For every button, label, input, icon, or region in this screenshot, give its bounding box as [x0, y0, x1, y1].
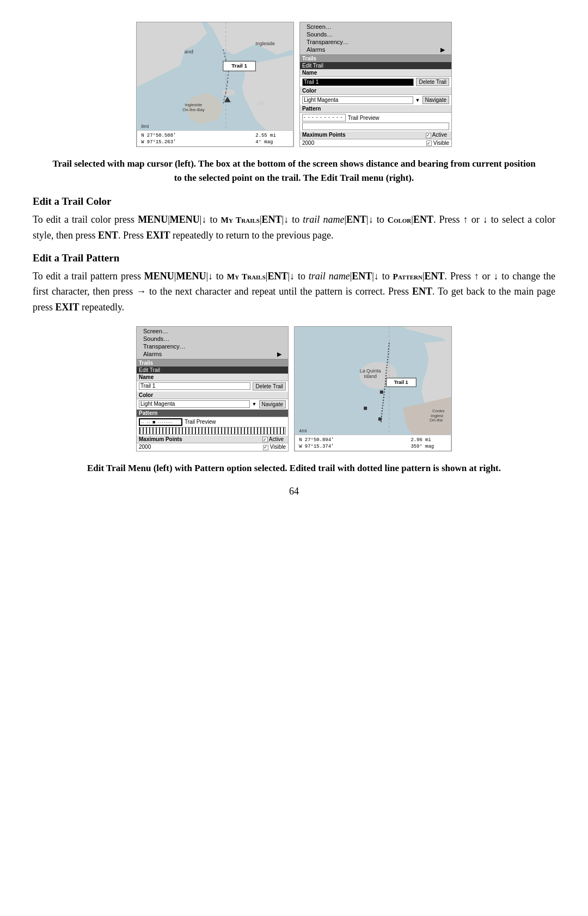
delete-trail-btn-top[interactable]: Delete Trail: [416, 78, 449, 86]
pattern-row-top: - - - - - - - - - - - - - Trail Preview: [300, 113, 451, 123]
section2-body: To edit a trail pattern press MENU|MENU|…: [33, 268, 555, 315]
svg-text:8mi: 8mi: [141, 124, 149, 129]
edit-trail-header-bottom: Edit Trail: [137, 367, 288, 374]
svg-text:4° mag: 4° mag: [255, 139, 273, 145]
svg-text:On-the-Bay: On-the-Bay: [182, 107, 205, 112]
name-label-bottom: Name: [137, 374, 288, 381]
menu-sounds[interactable]: Sounds…: [302, 30, 449, 38]
navigate-btn-bottom[interactable]: Navigate: [259, 400, 286, 408]
bottom-map-panel: Trail 1 La Quinta Island Cooks Inglesi O…: [294, 326, 452, 451]
svg-text:On-the: On-the: [430, 418, 443, 423]
trail-name-input-top[interactable]: Trail 1: [302, 78, 414, 86]
svg-point-5: [256, 101, 265, 106]
menu-transparency-b[interactable]: Transparency…: [139, 343, 286, 350]
delete-trail-btn-bottom[interactable]: Delete Trail: [253, 382, 286, 390]
trails-section: Trails: [300, 55, 451, 62]
section1-body: To edit a trail color press MENU|MENU|↓ …: [33, 212, 555, 243]
top-figures: Trail 1 and Ingleside Ingleside On-the-B…: [33, 22, 555, 147]
svg-text:2.96 mi: 2.96 mi: [411, 437, 431, 443]
svg-text:Trail 1: Trail 1: [394, 380, 408, 385]
pattern-label-bottom: Pattern: [137, 410, 288, 417]
color-label-bottom: Color: [137, 392, 288, 399]
page-number: 64: [33, 486, 555, 497]
section2-heading: Edit a Trail Pattern: [33, 252, 555, 264]
pattern-row-bottom: ·· ·· ■ ········ Trail Preview: [137, 417, 288, 427]
svg-text:La Quinta: La Quinta: [360, 368, 381, 374]
bottom-figures: Screen… Sounds… Transparency… Alarms ▶ T…: [33, 326, 555, 451]
menu-alarms[interactable]: Alarms ▶: [302, 46, 449, 54]
max-points-value-top: 2000: [302, 140, 314, 146]
visible-label-top: Visible: [433, 140, 449, 146]
top-map-panel: Trail 1 and Ingleside Ingleside On-the-B…: [136, 22, 294, 147]
max-points-label-bottom: Maximum Points ✓ Active: [137, 436, 288, 444]
menu-header-bottom: Screen… Sounds… Transparency… Alarms ▶: [137, 327, 288, 359]
trails-section-b: Trails: [137, 359, 288, 367]
svg-text:Inglesi: Inglesi: [431, 413, 443, 418]
pattern-label-top: Pattern: [300, 105, 451, 113]
color-row-top: Light Magenta ▼ Navigate: [300, 95, 451, 105]
menu-sounds-b[interactable]: Sounds…: [139, 335, 286, 343]
svg-text:Ingleside: Ingleside: [255, 41, 275, 46]
trail-preview-label-top: Trail Preview: [348, 115, 379, 121]
svg-rect-47: [364, 407, 367, 410]
max-points-value-bottom: 2000: [139, 444, 151, 450]
svg-text:Cooks: Cooks: [432, 408, 444, 413]
mini-map-top: ↔ 300 mi: [300, 146, 451, 147]
svg-text:2.55 mi: 2.55 mi: [255, 133, 275, 138]
max-points-label-top: Maximum Points ✓ Active: [300, 131, 451, 139]
menu-header-top: Screen… Sounds… Transparency… Alarms ▶: [300, 22, 451, 55]
svg-rect-46: [380, 390, 383, 394]
pattern-input-bottom[interactable]: ·· ·· ■ ········: [139, 418, 182, 426]
svg-text:Trail 1: Trail 1: [231, 63, 247, 69]
trail-name-row-bottom: Trail 1 Delete Trail: [137, 381, 288, 392]
section1-heading: Edit a Trail Color: [33, 196, 555, 207]
color-label-top: Color: [300, 87, 451, 95]
active-checkbox-bottom[interactable]: ✓: [262, 437, 268, 442]
active-checkbox-top[interactable]: ✓: [426, 133, 431, 138]
svg-rect-48: [378, 418, 382, 421]
bottom-caption: Edit Trail Menu (left) with Pattern opti…: [33, 461, 555, 475]
navigate-btn-top[interactable]: Navigate: [422, 96, 449, 104]
color-select-top[interactable]: Light Magenta: [302, 96, 413, 104]
trail-preview-box-bottom: [139, 427, 286, 435]
top-caption: Trail selected with map cursor (left). T…: [33, 157, 555, 185]
svg-text:Ingleside: Ingleside: [185, 102, 202, 107]
name-label-top: Name: [300, 69, 451, 77]
svg-text:4mi: 4mi: [299, 428, 307, 433]
svg-text:W  97°15.263': W 97°15.263': [141, 139, 176, 145]
visible-checkbox-top[interactable]: ✓: [426, 141, 432, 146]
trail-preview-box-top: [302, 123, 449, 130]
color-row-bottom: Light Magenta ▼ Navigate: [137, 399, 288, 410]
svg-text:W  97°15.374': W 97°15.374': [299, 444, 334, 449]
svg-text:N  27°50.508': N 27°50.508': [141, 133, 176, 138]
visible-label-bottom: Visible: [270, 444, 286, 450]
pattern-input-top[interactable]: - - - - - - - - - - - - -: [302, 114, 346, 121]
menu-screen-b[interactable]: Screen…: [139, 327, 286, 335]
svg-point-4: [222, 89, 235, 96]
visible-checkbox-bottom[interactable]: ✓: [263, 445, 268, 450]
top-menu-panel: Screen… Sounds… Transparency… Alarms ▶ T…: [299, 22, 452, 147]
svg-text:359° mag: 359° mag: [411, 444, 434, 449]
edit-trail-header-top: Edit Trail: [300, 62, 451, 69]
trail-name-row-top: Trail 1 Delete Trail: [300, 77, 451, 87]
menu-transparency[interactable]: Transparency…: [302, 38, 449, 46]
menu-alarms-b[interactable]: Alarms ▶: [139, 350, 286, 358]
trail-name-input-bottom[interactable]: Trail 1: [139, 382, 250, 390]
mini-map-bottom: ↔ 300 mi: [137, 451, 288, 451]
svg-text:and: and: [184, 48, 193, 54]
color-select-bottom[interactable]: Light Magenta: [139, 400, 250, 408]
bottom-menu-panel: Screen… Sounds… Transparency… Alarms ▶ T…: [136, 326, 289, 451]
trail-preview-label-bottom: Trail Preview: [185, 419, 216, 425]
menu-screen[interactable]: Screen…: [302, 23, 449, 30]
svg-text:N  27°50.894': N 27°50.894': [299, 437, 334, 443]
svg-text:Island: Island: [364, 374, 377, 379]
